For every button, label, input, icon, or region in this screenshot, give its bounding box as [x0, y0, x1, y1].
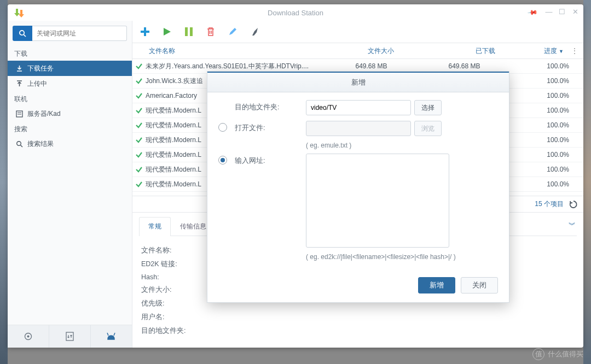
titlebar: Download Station 📌 — ☐ ✕ [8, 4, 583, 21]
close-button[interactable]: ✕ [571, 8, 579, 16]
svg-rect-11 [190, 27, 193, 36]
row-progress: 100.0% [515, 62, 583, 70]
clear-button[interactable] [248, 26, 260, 38]
sidebar-item-label: 搜索结果 [27, 139, 54, 149]
detail-dest: 目的地文件夹: [141, 326, 575, 336]
add-task-button[interactable] [139, 26, 151, 38]
search-button[interactable] [13, 26, 32, 41]
edit-button[interactable] [227, 26, 239, 38]
check-icon [132, 136, 146, 144]
nav-section-header: 联机 [8, 91, 132, 106]
svg-rect-9 [66, 332, 73, 340]
delete-button[interactable] [205, 26, 217, 38]
emule-button[interactable] [91, 325, 132, 348]
transfer-manager-button[interactable] [49, 325, 91, 348]
svg-line-1 [24, 34, 26, 37]
refresh-button[interactable] [569, 200, 578, 209]
column-progress[interactable]: 进度 ▼ [501, 46, 569, 56]
sidebar-item[interactable]: 上传中 [8, 76, 132, 91]
app-logo-icon [13, 8, 24, 19]
check-icon [132, 180, 146, 188]
sidebar-item[interactable]: 搜索结果 [8, 136, 132, 151]
open-file-input[interactable] [306, 121, 411, 136]
column-size[interactable]: 文件大小 [315, 46, 399, 56]
column-menu-button[interactable]: ⋮ [569, 47, 580, 55]
check-icon [132, 121, 146, 129]
item-count: 15 个项目 [535, 199, 564, 209]
maximize-button[interactable]: ☐ [558, 8, 566, 16]
check-icon [132, 92, 146, 99]
upload-icon [15, 80, 23, 87]
enter-url-label: 输入网址: [235, 154, 306, 166]
column-name[interactable]: 文件名称 [132, 46, 315, 56]
search-input[interactable] [32, 26, 127, 41]
nav-section-header: 下载 [8, 46, 132, 61]
dialog-cancel-button[interactable]: 关闭 [461, 277, 498, 293]
select-folder-button[interactable]: 选择 [414, 100, 442, 115]
check-icon [132, 77, 146, 85]
svg-rect-10 [185, 27, 188, 36]
settings-button[interactable] [8, 325, 49, 348]
row-progress: 100.0% [515, 77, 583, 85]
server-icon [15, 110, 23, 118]
column-downloaded[interactable]: 已下载 [399, 46, 501, 56]
sidebar-item[interactable]: 下载任务 [8, 61, 132, 76]
browse-button[interactable]: 浏览 [414, 121, 442, 136]
enter-url-radio[interactable] [218, 156, 227, 165]
row-name: 未来岁月.Years.and.Years.S01E01.中英字幕.HDTVrip… [146, 62, 329, 71]
url-textarea[interactable] [306, 154, 449, 248]
dest-folder-input[interactable] [306, 100, 411, 115]
sidebar-item-label: 上传中 [27, 79, 47, 89]
minimize-button[interactable]: — [545, 8, 553, 16]
row-progress: 100.0% [515, 166, 583, 173]
svg-point-0 [19, 30, 24, 34]
open-file-radio[interactable] [218, 123, 227, 132]
table-header: 文件名称 文件大小 已下载 进度 ▼ ⋮ [132, 43, 583, 59]
dest-folder-label: 目的地文件夹: [235, 100, 306, 112]
download-icon [15, 64, 23, 72]
watermark: 值什么值得买 [532, 348, 583, 360]
open-file-label: 打开文件: [235, 121, 306, 133]
window-title: Download Station [268, 9, 323, 17]
check-icon [132, 107, 146, 114]
check-icon [132, 151, 146, 158]
add-task-dialog: 新增 目的地文件夹: 选择 打开文件: 浏览 ( eg. emule.txt )… [207, 71, 509, 303]
row-size: 649.68 MB [329, 62, 414, 70]
svg-point-8 [27, 336, 30, 338]
detail-user: 用户名: [141, 313, 575, 322]
row-progress: 100.0% [515, 136, 583, 144]
tab-general[interactable]: 常规 [139, 217, 171, 236]
row-progress: 100.0% [515, 92, 583, 99]
check-icon [132, 62, 146, 70]
sidebar-item[interactable]: 服务器/Kad [8, 106, 132, 121]
start-button[interactable] [161, 26, 173, 38]
svg-point-5 [16, 141, 21, 145]
row-progress: 100.0% [515, 151, 583, 158]
pause-button[interactable] [183, 26, 195, 38]
sidebar: 下载下载任务上传中联机服务器/Kad搜索搜索结果 [8, 21, 132, 348]
row-progress: 100.0% [515, 180, 583, 188]
dialog-ok-button[interactable]: 新增 [418, 277, 455, 293]
file-hint: ( eg. emule.txt ) [306, 142, 498, 149]
nav-section-header: 搜索 [8, 121, 132, 136]
sidebar-item-label: 服务器/Kad [27, 109, 61, 119]
sidebar-item-label: 下载任务 [27, 64, 54, 73]
check-icon [132, 166, 146, 173]
pin-icon[interactable]: 📌 [527, 7, 538, 18]
collapse-button[interactable]: ︾ [569, 220, 576, 230]
search-icon [15, 140, 23, 148]
row-progress: 100.0% [515, 107, 583, 114]
row-progress: 100.0% [515, 121, 583, 129]
url-hint: ( eg. ed2k://|file|<filename>|<filesize>… [306, 253, 498, 261]
toolbar [132, 21, 583, 43]
dialog-title: 新增 [207, 72, 509, 92]
svg-line-6 [20, 145, 22, 147]
row-downloaded: 649.68 MB [414, 62, 515, 70]
